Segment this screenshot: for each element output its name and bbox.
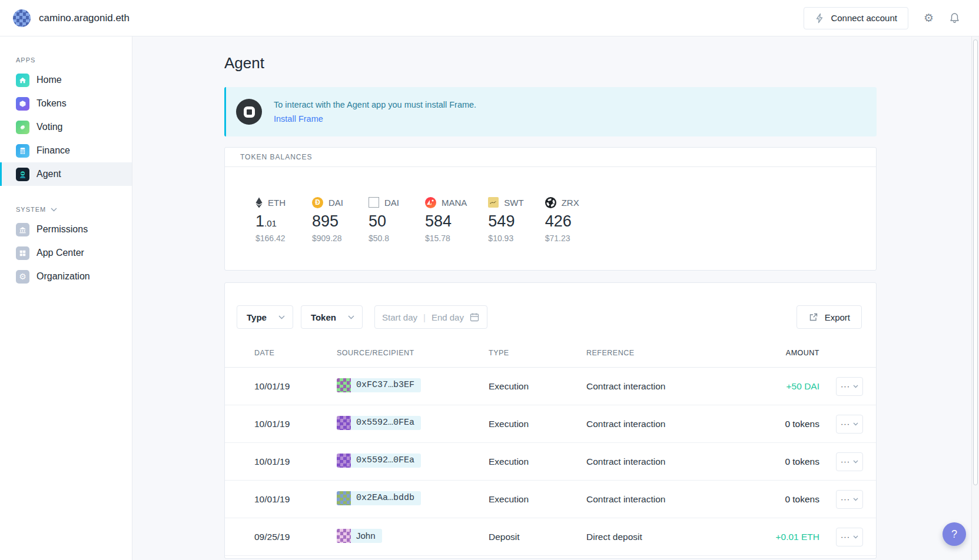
cell-reference: Contract interaction	[586, 381, 725, 392]
permissions-bank-icon	[16, 223, 29, 236]
connect-account-label: Connect account	[831, 13, 897, 23]
token-symbol: MANA	[442, 198, 467, 208]
unknown-token-icon	[369, 197, 379, 208]
token-filter-dropdown[interactable]: Token	[301, 305, 363, 329]
install-frame-link[interactable]: Install Frame	[274, 114, 323, 124]
org-name: camino.aragonid.eth	[39, 12, 130, 24]
install-frame-banner: To interact with the Agent app you must …	[224, 87, 877, 136]
system-section-label[interactable]: SYSTEM	[16, 206, 132, 213]
token-balance-swt: SWT 549 $10.93	[488, 196, 523, 243]
voting-icon	[16, 121, 29, 134]
cell-reference: Contract interaction	[586, 419, 725, 429]
token-balance-eth: ETH 1.01 $166.42	[255, 196, 291, 243]
dai-token-icon: Ð	[312, 197, 323, 208]
token-balances-panel: TOKEN BALANCES ETH 1.01 $166.42 Ð	[224, 147, 877, 271]
sidebar-item-home[interactable]: Home	[0, 68, 132, 92]
cell-date: 09/25/19	[254, 532, 337, 542]
org-switcher[interactable]: camino.aragonid.eth	[0, 9, 130, 27]
sidebar-item-label: Agent	[36, 169, 61, 179]
identicon	[337, 416, 351, 430]
banner-message: To interact with the Agent app you must …	[274, 100, 476, 109]
notifications-bell-icon[interactable]	[949, 12, 960, 24]
cell-amount: +50 DAI	[725, 381, 819, 392]
token-symbol: ETH	[268, 198, 286, 208]
connect-account-button[interactable]: Connect account	[804, 7, 908, 29]
row-actions-button[interactable]: ···	[836, 490, 863, 509]
identicon	[337, 454, 351, 468]
app-center-grid-icon	[16, 246, 29, 260]
token-usd-value: $909.28	[312, 234, 347, 243]
cell-date: 10/01/19	[254, 456, 337, 467]
sidebar-item-app-center[interactable]: App Center	[0, 241, 132, 265]
organization-gear-icon: ⚙	[16, 270, 29, 284]
cell-date: 10/01/19	[254, 381, 337, 392]
finance-calculator-icon	[16, 144, 29, 158]
type-filter-dropdown[interactable]: Type	[237, 305, 293, 329]
transfers-panel: Type Token Start day | End day	[224, 282, 877, 559]
export-button[interactable]: Export	[797, 305, 862, 329]
sidebar-item-label: App Center	[36, 248, 84, 258]
end-day-placeholder: End day	[432, 312, 464, 322]
row-actions-button[interactable]: ···	[836, 415, 863, 434]
table-row: 10/01/19 0xFC37…b3EF Execution Contract …	[225, 368, 876, 405]
date-range-input[interactable]: Start day | End day	[374, 305, 487, 329]
token-balances-header: TOKEN BALANCES	[225, 148, 876, 167]
scrollbar-thumb[interactable]	[973, 39, 978, 485]
transfers-table-header: DATE SOURCE/RECIPIENT TYPE REFERENCE AMO…	[225, 338, 876, 368]
tokens-cube-icon	[16, 97, 29, 111]
column-header-date: DATE	[254, 349, 337, 357]
cell-type: Execution	[489, 494, 586, 505]
cell-date: 10/01/19	[254, 419, 337, 429]
zrx-token-icon	[545, 197, 556, 208]
address-badge[interactable]: 0x5592…0FEa	[337, 454, 421, 468]
token-balance-zrx: ZRX 426 $71.23	[545, 196, 580, 243]
sidebar-item-agent[interactable]: Agent	[0, 162, 132, 186]
row-actions-button[interactable]: ···	[836, 528, 863, 546]
column-header-type: TYPE	[489, 349, 586, 357]
org-avatar	[13, 9, 31, 27]
token-usd-value: $166.42	[255, 234, 291, 243]
main-content: Agent To interact with the Agent app you…	[133, 36, 979, 560]
vertical-scrollbar	[971, 36, 979, 560]
address-badge[interactable]: John	[337, 529, 382, 543]
address-badge[interactable]: 0x5592…0FEa	[337, 416, 421, 430]
sidebar-item-finance[interactable]: Finance	[0, 139, 132, 162]
start-day-placeholder: Start day	[382, 312, 417, 322]
sidebar-item-tokens[interactable]: Tokens	[0, 92, 132, 115]
sidebar-item-voting[interactable]: Voting	[0, 115, 132, 139]
chevron-down-icon	[348, 315, 354, 319]
cell-reference: Contract interaction	[586, 456, 725, 467]
settings-gear-icon[interactable]: ⚙	[924, 12, 934, 24]
sidebar-item-label: Organization	[36, 271, 90, 282]
identicon	[337, 378, 351, 392]
token-usd-value: $10.93	[488, 234, 523, 243]
transfers-filters: Type Token Start day | End day	[225, 283, 876, 329]
table-row: 09/25/19 John Deposit Direct deposit +0.…	[225, 518, 876, 556]
table-row: 10/01/19 0x5592…0FEa Execution Contract …	[225, 443, 876, 481]
token-balance-dai-2: DAI 50 $50.8	[369, 196, 404, 243]
cell-amount: 0 tokens	[725, 456, 819, 467]
calendar-icon	[469, 312, 480, 322]
eth-token-icon	[255, 197, 263, 208]
swt-token-icon	[488, 197, 499, 208]
address-badge[interactable]: 0xFC37…b3EF	[337, 378, 421, 392]
token-symbol: DAI	[384, 198, 399, 208]
token-usd-value: $50.8	[369, 234, 404, 243]
row-actions-button[interactable]: ···	[836, 452, 863, 471]
chevron-down-icon	[51, 208, 57, 212]
row-actions-button[interactable]: ···	[836, 377, 863, 396]
token-balance-dai: Ð DAI 895 $909.28	[312, 196, 347, 243]
cell-amount: 0 tokens	[725, 419, 819, 429]
sidebar-item-label: Home	[36, 75, 62, 85]
sidebar-item-organization[interactable]: ⚙ Organization	[0, 265, 132, 288]
topbar-actions: Connect account ⚙	[804, 7, 979, 29]
cell-type: Deposit	[489, 532, 586, 542]
sidebar-item-permissions[interactable]: Permissions	[0, 218, 132, 241]
home-icon	[16, 74, 29, 87]
table-row: 10/01/19 0x5592…0FEa Execution Contract …	[225, 405, 876, 443]
topbar: camino.aragonid.eth Connect account ⚙	[0, 0, 979, 36]
help-button[interactable]: ?	[943, 522, 966, 546]
address-badge[interactable]: 0x2EAa…bddb	[337, 491, 421, 505]
frame-logo-icon	[236, 99, 262, 125]
sidebar-item-label: Voting	[36, 122, 62, 132]
